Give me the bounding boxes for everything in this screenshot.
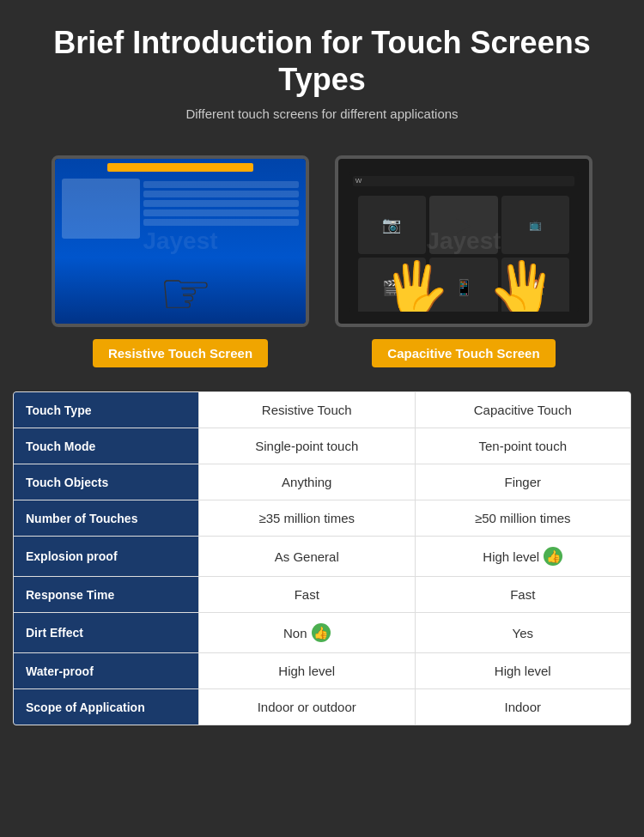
- table-row: Touch Objects Anything Finger: [14, 464, 630, 500]
- resistive-scope: Indoor or outdoor: [198, 689, 416, 725]
- label-touch-type: Touch Type: [14, 392, 198, 428]
- resistive-explosion-proof: As General: [198, 537, 416, 576]
- thumbs-up-icon-2: 👍: [312, 623, 331, 642]
- table-row: Touch Type Resistive Touch Capacitive To…: [14, 392, 630, 428]
- resistive-frame: ☞ Jayest: [52, 155, 309, 327]
- screens-comparison: ☞ Jayest Resistive Touch Screen W 📷 ▶ 📺 …: [0, 138, 644, 376]
- resistive-response-time: Fast: [198, 577, 416, 612]
- resistive-card: ☞ Jayest Resistive Touch Screen: [52, 155, 309, 367]
- header: Brief Introduction for Touch Screens Typ…: [0, 0, 644, 138]
- resistive-touch-objects: Anything: [198, 464, 416, 500]
- label-touch-mode: Touch Mode: [14, 428, 198, 464]
- table-row: Scope of Application Indoor or outdoor I…: [14, 689, 630, 725]
- label-touch-objects: Touch Objects: [14, 464, 198, 500]
- table-row: Water-proof High level High level: [14, 653, 630, 689]
- label-explosion-proof: Explosion proof: [14, 537, 198, 576]
- capacitive-card: W 📷 ▶ 📺 🎬 📱 🏠 🖐 🖐 Jayest Capacitive Touc…: [335, 155, 592, 367]
- resistive-touch-mode: Single-point touch: [198, 428, 416, 464]
- capacitive-explosion-proof: High level 👍: [416, 537, 631, 576]
- thumbs-up-icon: 👍: [544, 547, 562, 566]
- capacitive-scope: Indoor: [416, 689, 631, 725]
- table-row: Number of Touches ≥35 million times ≥50 …: [14, 500, 630, 537]
- capacitive-frame: W 📷 ▶ 📺 🎬 📱 🏠 🖐 🖐 Jayest: [335, 155, 592, 327]
- label-scope-application: Scope of Application: [14, 689, 198, 725]
- table-row: Explosion proof As General High level 👍: [14, 537, 630, 577]
- resistive-number-touches: ≥35 million times: [198, 500, 416, 536]
- resistive-dirt-effect: Non 👍: [198, 613, 416, 652]
- resistive-screen-content: ☞ Jayest: [55, 159, 306, 324]
- label-response-time: Response Time: [14, 577, 198, 612]
- capacitive-label: Capacitive Touch Screen: [372, 339, 555, 367]
- subtitle: Different touch screens for different ap…: [17, 106, 627, 121]
- capacitive-touch-objects: Finger: [416, 464, 631, 500]
- resistive-label: Resistive Touch Screen: [93, 339, 268, 367]
- capacitive-dirt-effect: Yes: [416, 613, 631, 652]
- label-number-touches: Number of Touches: [14, 500, 198, 536]
- capacitive-touch-mode: Ten-point touch: [416, 428, 631, 464]
- capacitive-touch-type: Capacitive Touch: [416, 392, 631, 428]
- capacitive-response-time: Fast: [416, 577, 631, 612]
- capacitive-number-touches: ≥50 million times: [416, 500, 631, 536]
- main-title: Brief Introduction for Touch Screens Typ…: [17, 24, 627, 98]
- capacitive-water-proof: High level: [416, 653, 631, 688]
- resistive-touch-type: Resistive Touch: [198, 392, 416, 428]
- table-row: Dirt Effect Non 👍 Yes: [14, 613, 630, 653]
- comparison-table: Touch Type Resistive Touch Capacitive To…: [13, 391, 631, 725]
- label-dirt-effect: Dirt Effect: [14, 613, 198, 652]
- label-water-proof: Water-proof: [14, 653, 198, 688]
- resistive-water-proof: High level: [198, 653, 416, 688]
- table-row: Touch Mode Single-point touch Ten-point …: [14, 428, 630, 464]
- table-row: Response Time Fast Fast: [14, 577, 630, 613]
